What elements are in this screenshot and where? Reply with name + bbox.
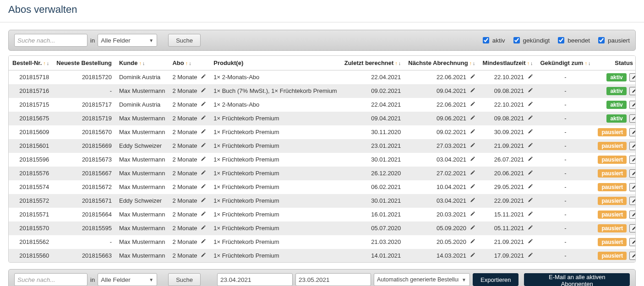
checkbox-aktiv-input[interactable] (483, 37, 489, 43)
edit-status-button[interactable] (629, 114, 636, 123)
edit-status-button[interactable] (629, 169, 636, 178)
edit-abo-icon[interactable] (201, 142, 206, 148)
edit-status-button[interactable] (629, 73, 636, 81)
edit-status-button[interactable] (629, 197, 636, 205)
col-naechste-abrechnung[interactable]: Nächste Abrechnung↑↓ (404, 56, 479, 70)
edit-abo-icon[interactable] (201, 183, 206, 189)
edit-mindest-icon[interactable] (528, 197, 533, 203)
edit-mindest-icon[interactable] (528, 170, 533, 175)
search-input-bottom[interactable] (14, 273, 87, 286)
edit-mindest-icon[interactable] (528, 115, 533, 120)
edit-mindest-icon[interactable] (528, 183, 533, 189)
edit-naechste-icon[interactable] (470, 87, 475, 93)
date-from-input[interactable] (217, 273, 293, 286)
cell-zuletzt: 22.04.2021 (341, 70, 405, 84)
edit-naechste-icon[interactable] (470, 156, 475, 162)
edit-naechste-icon[interactable] (470, 74, 475, 79)
edit-mindest-icon[interactable] (528, 211, 533, 216)
sort-icons[interactable]: ↑↓ (186, 61, 191, 66)
field-select-bottom[interactable] (98, 273, 157, 286)
edit-naechste-icon[interactable] (470, 252, 475, 258)
edit-status-button[interactable] (629, 183, 636, 191)
col-kunde[interactable]: Kunde↑↓ (115, 56, 169, 70)
table-row: 201815576201815667Max Mustermann2 Monate… (9, 167, 636, 180)
export-button[interactable]: Exportieren (473, 273, 518, 286)
edit-mindest-icon[interactable] (528, 252, 533, 258)
search-button-bottom[interactable]: Suche (168, 273, 201, 286)
edit-naechste-icon[interactable] (470, 142, 475, 148)
edit-abo-icon[interactable] (201, 115, 206, 120)
col-gekuendigt-zum[interactable]: Gekündigt zum↑↓ (537, 56, 595, 70)
edit-abo-icon[interactable] (201, 197, 206, 203)
sort-icons[interactable]: ↑↓ (469, 61, 475, 66)
sort-icons[interactable]: ↑↓ (139, 61, 145, 66)
edit-naechste-icon[interactable] (470, 225, 475, 230)
edit-naechste-icon[interactable] (470, 129, 475, 134)
col-status[interactable]: Status↑↓ (594, 56, 636, 70)
cell-bestell-nr: 201815601 (9, 139, 53, 153)
email-all-button[interactable]: E-Mail an alle aktiven Abonnenten (524, 273, 630, 286)
auto-orders-select[interactable] (374, 273, 470, 286)
edit-mindest-icon[interactable] (528, 74, 533, 79)
edit-naechste-icon[interactable] (470, 170, 475, 175)
checkbox-pausiert[interactable]: pausiert (596, 36, 630, 45)
col-zuletzt-berechnet[interactable]: Zuletzt berechnet↑↓ (341, 56, 405, 70)
col-mindestlaufzeit[interactable]: Mindestlaufzeit↑↓ (479, 56, 537, 70)
edit-naechste-icon[interactable] (470, 183, 475, 189)
edit-naechste-icon[interactable] (470, 211, 475, 216)
edit-mindest-icon[interactable] (528, 156, 533, 162)
col-abo[interactable]: Abo↑↓ (169, 56, 210, 70)
edit-abo-icon[interactable] (201, 156, 206, 162)
col-bestell-nr[interactable]: Bestell-Nr.↑↓ (9, 56, 53, 70)
edit-mindest-icon[interactable] (528, 129, 533, 134)
edit-status-button[interactable] (629, 210, 636, 219)
edit-abo-icon[interactable] (201, 129, 206, 134)
checkbox-beendet[interactable]: beendet (556, 36, 590, 45)
search-button[interactable]: Suche (168, 34, 201, 47)
cell-abo: 2 Monate (169, 84, 210, 98)
checkbox-pausiert-input[interactable] (598, 37, 605, 43)
sort-icons[interactable]: ↑↓ (43, 61, 49, 66)
edit-status-button[interactable] (629, 224, 636, 232)
search-input[interactable] (14, 34, 87, 47)
edit-abo-icon[interactable] (201, 211, 206, 216)
edit-naechste-icon[interactable] (470, 238, 475, 244)
sort-icons[interactable]: ↑↓ (584, 61, 590, 66)
checkbox-aktiv[interactable]: aktiv (481, 36, 505, 45)
edit-mindest-icon[interactable] (528, 101, 533, 107)
edit-mindest-icon[interactable] (528, 225, 533, 230)
edit-mindest-icon[interactable] (528, 142, 533, 148)
edit-abo-icon[interactable] (201, 87, 206, 93)
edit-naechste-icon[interactable] (470, 101, 475, 107)
edit-abo-icon[interactable] (201, 225, 206, 230)
edit-status-button[interactable] (629, 128, 636, 136)
edit-abo-icon[interactable] (201, 170, 206, 175)
edit-abo-icon[interactable] (201, 238, 206, 244)
checkbox-gekuendigt-input[interactable] (513, 37, 520, 43)
edit-status-button[interactable] (629, 252, 636, 260)
cell-status: pausiert (594, 221, 636, 235)
edit-status-button[interactable] (629, 156, 636, 164)
edit-mindest-icon[interactable] (528, 87, 533, 93)
cell-zuletzt: 14.01.2021 (341, 249, 405, 263)
sort-icons[interactable]: ↑↓ (634, 61, 636, 66)
sort-icons[interactable]: ↑↓ (395, 61, 401, 66)
edit-status-button[interactable] (629, 87, 636, 95)
checkbox-gekuendigt[interactable]: gekündigt (512, 36, 550, 45)
sort-asc-icon: ↑ (43, 61, 46, 66)
sort-icons[interactable]: ↑↓ (527, 61, 533, 66)
edit-status-button[interactable] (629, 101, 636, 109)
edit-mindest-icon[interactable] (528, 238, 533, 244)
checkbox-beendet-input[interactable] (558, 37, 564, 43)
cell-zuletzt: 23.01.2021 (341, 139, 405, 153)
edit-status-button[interactable] (629, 238, 636, 246)
edit-status-button[interactable] (629, 142, 636, 150)
field-select[interactable] (98, 34, 157, 47)
edit-abo-icon[interactable] (201, 74, 206, 79)
edit-naechste-icon[interactable] (470, 197, 475, 203)
edit-abo-icon[interactable] (201, 252, 206, 258)
edit-naechste-icon[interactable] (470, 115, 475, 120)
date-to-input[interactable] (295, 273, 371, 286)
edit-abo-icon[interactable] (201, 101, 206, 107)
cell-produkt: 1× Früchtekorb Premium (210, 194, 340, 208)
